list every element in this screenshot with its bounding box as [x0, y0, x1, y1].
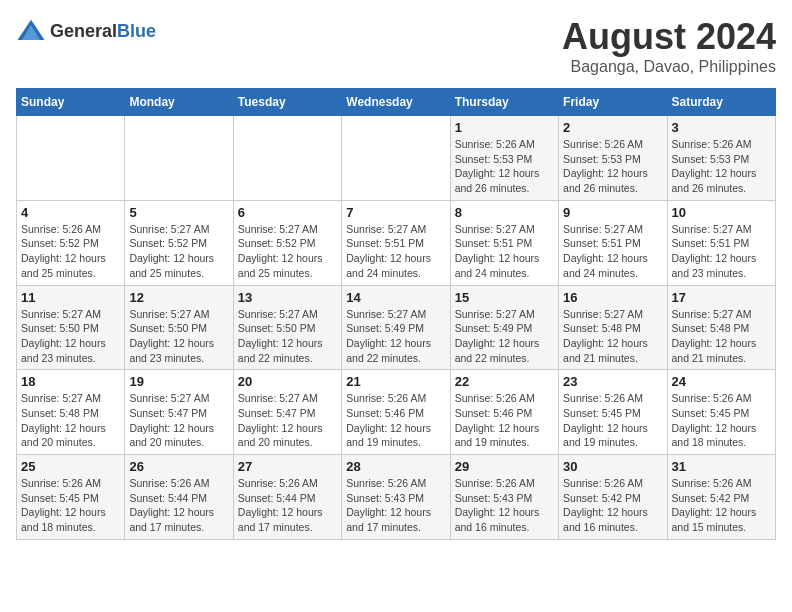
day-number: 4: [21, 205, 120, 220]
day-detail: Sunrise: 5:26 AM Sunset: 5:53 PM Dayligh…: [672, 137, 771, 196]
day-cell: 28Sunrise: 5:26 AM Sunset: 5:43 PM Dayli…: [342, 455, 450, 540]
col-header-sunday: Sunday: [17, 89, 125, 116]
day-detail: Sunrise: 5:27 AM Sunset: 5:50 PM Dayligh…: [129, 307, 228, 366]
day-detail: Sunrise: 5:26 AM Sunset: 5:43 PM Dayligh…: [346, 476, 445, 535]
day-detail: Sunrise: 5:27 AM Sunset: 5:50 PM Dayligh…: [21, 307, 120, 366]
day-detail: Sunrise: 5:27 AM Sunset: 5:48 PM Dayligh…: [563, 307, 662, 366]
day-number: 6: [238, 205, 337, 220]
day-detail: Sunrise: 5:27 AM Sunset: 5:48 PM Dayligh…: [21, 391, 120, 450]
week-row-1: 1Sunrise: 5:26 AM Sunset: 5:53 PM Daylig…: [17, 116, 776, 201]
day-cell: 18Sunrise: 5:27 AM Sunset: 5:48 PM Dayli…: [17, 370, 125, 455]
day-cell: 6Sunrise: 5:27 AM Sunset: 5:52 PM Daylig…: [233, 200, 341, 285]
day-detail: Sunrise: 5:27 AM Sunset: 5:47 PM Dayligh…: [238, 391, 337, 450]
day-detail: Sunrise: 5:27 AM Sunset: 5:52 PM Dayligh…: [238, 222, 337, 281]
day-detail: Sunrise: 5:27 AM Sunset: 5:51 PM Dayligh…: [672, 222, 771, 281]
day-number: 3: [672, 120, 771, 135]
day-number: 27: [238, 459, 337, 474]
day-number: 1: [455, 120, 554, 135]
day-number: 28: [346, 459, 445, 474]
day-number: 9: [563, 205, 662, 220]
col-header-saturday: Saturday: [667, 89, 775, 116]
page-header: GeneralBlue August 2024 Baganga, Davao, …: [16, 16, 776, 76]
day-detail: Sunrise: 5:26 AM Sunset: 5:43 PM Dayligh…: [455, 476, 554, 535]
subtitle: Baganga, Davao, Philippines: [562, 58, 776, 76]
day-cell: 19Sunrise: 5:27 AM Sunset: 5:47 PM Dayli…: [125, 370, 233, 455]
day-detail: Sunrise: 5:27 AM Sunset: 5:47 PM Dayligh…: [129, 391, 228, 450]
day-number: 30: [563, 459, 662, 474]
week-row-5: 25Sunrise: 5:26 AM Sunset: 5:45 PM Dayli…: [17, 455, 776, 540]
day-cell: [125, 116, 233, 201]
calendar-table: SundayMondayTuesdayWednesdayThursdayFrid…: [16, 88, 776, 540]
day-cell: 26Sunrise: 5:26 AM Sunset: 5:44 PM Dayli…: [125, 455, 233, 540]
day-number: 29: [455, 459, 554, 474]
day-detail: Sunrise: 5:27 AM Sunset: 5:52 PM Dayligh…: [129, 222, 228, 281]
day-cell: 27Sunrise: 5:26 AM Sunset: 5:44 PM Dayli…: [233, 455, 341, 540]
day-detail: Sunrise: 5:26 AM Sunset: 5:45 PM Dayligh…: [21, 476, 120, 535]
day-number: 12: [129, 290, 228, 305]
col-header-friday: Friday: [559, 89, 667, 116]
day-number: 10: [672, 205, 771, 220]
day-detail: Sunrise: 5:27 AM Sunset: 5:49 PM Dayligh…: [455, 307, 554, 366]
day-number: 20: [238, 374, 337, 389]
week-row-4: 18Sunrise: 5:27 AM Sunset: 5:48 PM Dayli…: [17, 370, 776, 455]
day-number: 18: [21, 374, 120, 389]
day-detail: Sunrise: 5:27 AM Sunset: 5:51 PM Dayligh…: [455, 222, 554, 281]
day-cell: 22Sunrise: 5:26 AM Sunset: 5:46 PM Dayli…: [450, 370, 558, 455]
col-header-monday: Monday: [125, 89, 233, 116]
day-cell: 30Sunrise: 5:26 AM Sunset: 5:42 PM Dayli…: [559, 455, 667, 540]
day-detail: Sunrise: 5:26 AM Sunset: 5:44 PM Dayligh…: [238, 476, 337, 535]
day-number: 17: [672, 290, 771, 305]
day-number: 7: [346, 205, 445, 220]
day-cell: 5Sunrise: 5:27 AM Sunset: 5:52 PM Daylig…: [125, 200, 233, 285]
logo-blue: Blue: [117, 21, 156, 41]
day-cell: 7Sunrise: 5:27 AM Sunset: 5:51 PM Daylig…: [342, 200, 450, 285]
col-header-tuesday: Tuesday: [233, 89, 341, 116]
logo-general: General: [50, 21, 117, 41]
day-detail: Sunrise: 5:26 AM Sunset: 5:52 PM Dayligh…: [21, 222, 120, 281]
day-detail: Sunrise: 5:26 AM Sunset: 5:42 PM Dayligh…: [563, 476, 662, 535]
day-cell: 31Sunrise: 5:26 AM Sunset: 5:42 PM Dayli…: [667, 455, 775, 540]
day-cell: 9Sunrise: 5:27 AM Sunset: 5:51 PM Daylig…: [559, 200, 667, 285]
day-cell: [233, 116, 341, 201]
col-header-wednesday: Wednesday: [342, 89, 450, 116]
day-number: 21: [346, 374, 445, 389]
day-number: 31: [672, 459, 771, 474]
day-detail: Sunrise: 5:27 AM Sunset: 5:51 PM Dayligh…: [346, 222, 445, 281]
day-detail: Sunrise: 5:27 AM Sunset: 5:48 PM Dayligh…: [672, 307, 771, 366]
day-number: 24: [672, 374, 771, 389]
logo-icon: [16, 16, 46, 46]
day-number: 8: [455, 205, 554, 220]
main-title: August 2024: [562, 16, 776, 58]
day-cell: 24Sunrise: 5:26 AM Sunset: 5:45 PM Dayli…: [667, 370, 775, 455]
day-detail: Sunrise: 5:26 AM Sunset: 5:53 PM Dayligh…: [563, 137, 662, 196]
week-row-3: 11Sunrise: 5:27 AM Sunset: 5:50 PM Dayli…: [17, 285, 776, 370]
day-number: 5: [129, 205, 228, 220]
day-cell: 3Sunrise: 5:26 AM Sunset: 5:53 PM Daylig…: [667, 116, 775, 201]
day-cell: 13Sunrise: 5:27 AM Sunset: 5:50 PM Dayli…: [233, 285, 341, 370]
day-detail: Sunrise: 5:26 AM Sunset: 5:44 PM Dayligh…: [129, 476, 228, 535]
day-cell: 25Sunrise: 5:26 AM Sunset: 5:45 PM Dayli…: [17, 455, 125, 540]
day-number: 19: [129, 374, 228, 389]
day-detail: Sunrise: 5:26 AM Sunset: 5:45 PM Dayligh…: [563, 391, 662, 450]
day-detail: Sunrise: 5:27 AM Sunset: 5:51 PM Dayligh…: [563, 222, 662, 281]
day-detail: Sunrise: 5:26 AM Sunset: 5:42 PM Dayligh…: [672, 476, 771, 535]
day-cell: 21Sunrise: 5:26 AM Sunset: 5:46 PM Dayli…: [342, 370, 450, 455]
title-block: August 2024 Baganga, Davao, Philippines: [562, 16, 776, 76]
day-cell: 29Sunrise: 5:26 AM Sunset: 5:43 PM Dayli…: [450, 455, 558, 540]
day-cell: [17, 116, 125, 201]
day-detail: Sunrise: 5:26 AM Sunset: 5:53 PM Dayligh…: [455, 137, 554, 196]
day-cell: 12Sunrise: 5:27 AM Sunset: 5:50 PM Dayli…: [125, 285, 233, 370]
day-detail: Sunrise: 5:27 AM Sunset: 5:50 PM Dayligh…: [238, 307, 337, 366]
header-row: SundayMondayTuesdayWednesdayThursdayFrid…: [17, 89, 776, 116]
day-cell: 16Sunrise: 5:27 AM Sunset: 5:48 PM Dayli…: [559, 285, 667, 370]
day-number: 25: [21, 459, 120, 474]
logo: GeneralBlue: [16, 16, 156, 46]
day-number: 26: [129, 459, 228, 474]
day-cell: 17Sunrise: 5:27 AM Sunset: 5:48 PM Dayli…: [667, 285, 775, 370]
day-cell: 2Sunrise: 5:26 AM Sunset: 5:53 PM Daylig…: [559, 116, 667, 201]
day-number: 14: [346, 290, 445, 305]
day-cell: 1Sunrise: 5:26 AM Sunset: 5:53 PM Daylig…: [450, 116, 558, 201]
day-cell: 10Sunrise: 5:27 AM Sunset: 5:51 PM Dayli…: [667, 200, 775, 285]
day-cell: 20Sunrise: 5:27 AM Sunset: 5:47 PM Dayli…: [233, 370, 341, 455]
day-detail: Sunrise: 5:26 AM Sunset: 5:46 PM Dayligh…: [455, 391, 554, 450]
